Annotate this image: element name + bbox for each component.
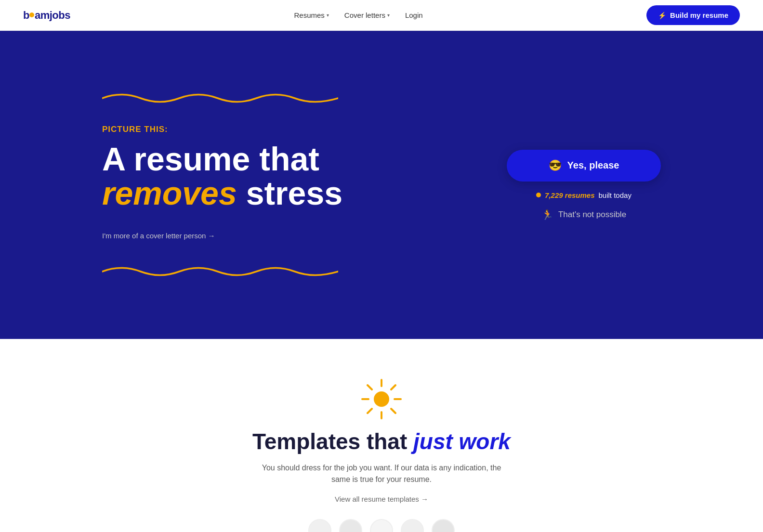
nav-item-login[interactable]: Login bbox=[405, 11, 423, 19]
template-circle-1 bbox=[308, 519, 331, 532]
chevron-down-icon: ▾ bbox=[387, 13, 390, 18]
hero-section: PICTURE THIS: A resume that removes stre… bbox=[0, 31, 763, 339]
hero-left: PICTURE THIS: A resume that removes stre… bbox=[102, 91, 420, 279]
templates-subtitle: You should dress for the job you want. I… bbox=[261, 462, 502, 485]
chevron-down-icon: ▾ bbox=[327, 13, 329, 18]
logo-text-b: b bbox=[23, 9, 29, 22]
template-circle-3 bbox=[370, 519, 393, 532]
logo-text-rest: amjobs bbox=[35, 9, 70, 22]
nav-item-resumes[interactable]: Resumes ▾ bbox=[294, 11, 329, 19]
templates-title-pre: Templates that bbox=[252, 429, 413, 454]
hero-title-stress: stress bbox=[237, 175, 342, 211]
templates-title-highlight: just work bbox=[413, 429, 511, 454]
nav-links: Resumes ▾ Cover letters ▾ Login bbox=[294, 11, 423, 19]
nav-link-resumes[interactable]: Resumes ▾ bbox=[294, 11, 329, 19]
sun-icon-wrapper bbox=[23, 377, 740, 421]
running-icon: 🏃 bbox=[541, 209, 553, 221]
svg-line-7 bbox=[368, 409, 372, 413]
yes-please-button[interactable]: 😎 Yes, please bbox=[507, 150, 661, 182]
hero-label: PICTURE THIS: bbox=[102, 125, 420, 134]
hero-title-line2: removes stress bbox=[102, 176, 420, 210]
wave-top-decoration bbox=[102, 91, 420, 105]
wave-bottom-decoration bbox=[102, 264, 420, 279]
resumes-count: 7,229 resumes built today bbox=[536, 191, 631, 199]
hero-right: 😎 Yes, please 7,229 resumes built today … bbox=[507, 150, 661, 221]
sun-icon bbox=[360, 377, 403, 421]
hero-title-removes: removes bbox=[102, 175, 237, 211]
logo-dot-icon bbox=[29, 13, 34, 17]
resumes-count-text: built today bbox=[599, 191, 631, 199]
nav-item-coverletters[interactable]: Cover letters ▾ bbox=[344, 11, 390, 19]
view-templates-link[interactable]: View all resume templates → bbox=[335, 495, 428, 503]
templates-section: Templates that just work You should dres… bbox=[0, 339, 763, 532]
build-resume-button[interactable]: ⚡ Build my resume bbox=[646, 5, 740, 25]
svg-point-8 bbox=[374, 391, 389, 407]
resumes-count-number: 7,229 resumes bbox=[545, 191, 594, 199]
logo[interactable]: bamjobs bbox=[23, 9, 70, 22]
template-circle-2 bbox=[339, 519, 362, 532]
count-dot-icon bbox=[536, 193, 541, 197]
svg-line-4 bbox=[368, 385, 372, 389]
coverletter-link[interactable]: I'm more of a cover letter person → bbox=[102, 232, 215, 240]
not-possible-button[interactable]: 🏃 That's not possible bbox=[541, 209, 626, 221]
svg-line-6 bbox=[391, 385, 395, 389]
hero-title-line1: A resume that bbox=[102, 142, 420, 176]
smile-icon: 😎 bbox=[549, 159, 562, 172]
lightning-icon: ⚡ bbox=[658, 12, 666, 19]
nav-link-login[interactable]: Login bbox=[405, 11, 423, 19]
template-circles bbox=[23, 519, 740, 532]
templates-title: Templates that just work bbox=[23, 428, 740, 454]
template-circle-4 bbox=[401, 519, 424, 532]
nav-link-coverletters[interactable]: Cover letters ▾ bbox=[344, 11, 390, 19]
navbar: bamjobs Resumes ▾ Cover letters ▾ Login … bbox=[0, 0, 763, 31]
template-circle-5 bbox=[432, 519, 455, 532]
svg-line-5 bbox=[391, 409, 395, 413]
